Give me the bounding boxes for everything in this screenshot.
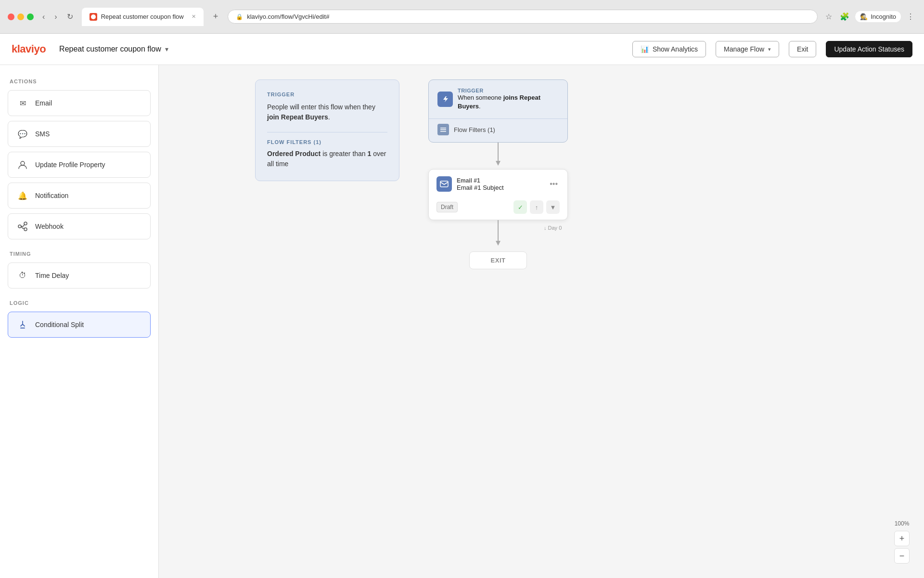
sidebar-item-webhook[interactable]: Webhook xyxy=(8,213,151,239)
trigger-node-lightning-icon xyxy=(437,92,453,107)
zoom-in-button[interactable]: + xyxy=(894,531,910,546)
trigger-node-text: When someone joins Repeat Buyers. xyxy=(458,93,559,111)
incognito-label: Incognito xyxy=(871,13,896,20)
trigger-node-before: When someone xyxy=(458,94,503,101)
time-delay-label: Time Delay xyxy=(35,272,69,279)
exit-button[interactable]: Exit xyxy=(789,41,816,57)
filter-greater: is greater than xyxy=(321,150,367,158)
trigger-node-filters[interactable]: Flow Filters (1) xyxy=(429,118,567,142)
sidebar-logic: LOGIC Conditional Split xyxy=(8,300,151,338)
sidebar-item-update-profile[interactable]: Update Profile Property xyxy=(8,152,151,178)
tab-favicon xyxy=(90,13,97,21)
zoom-level: 100% xyxy=(895,520,910,527)
email-node-action-buttons: ✓ ↑ ▼ xyxy=(513,200,560,214)
svg-point-2 xyxy=(18,225,21,228)
email-label: Email xyxy=(35,99,52,107)
app-header: klaviyo Repeat customer coupon flow ▾ 📊 … xyxy=(0,34,924,65)
sidebar-item-time-delay[interactable]: ⏱ Time Delay xyxy=(8,263,151,289)
logo-text: klaviyo xyxy=(12,43,46,55)
trigger-info-panel: TRIGGER People will enter this flow when… xyxy=(255,79,399,181)
back-button[interactable]: ‹ xyxy=(39,11,48,23)
email-to-exit-connector: ↓ Day 0 xyxy=(428,220,568,251)
filter-product: Ordered Product xyxy=(267,150,321,158)
browser-chrome: ‹ › ↻ Repeat customer coupon flow ✕ + 🔒 … xyxy=(0,0,924,34)
analytics-label: Show Analytics xyxy=(653,45,698,53)
trigger-info-divider xyxy=(267,132,387,132)
sms-label: SMS xyxy=(35,130,50,138)
trigger-info-text: People will enter this flow when they jo… xyxy=(267,102,387,122)
svg-rect-9 xyxy=(440,131,446,132)
refresh-button[interactable]: ↻ xyxy=(64,10,76,23)
canvas[interactable]: TRIGGER People will enter this flow when… xyxy=(159,65,924,578)
manage-flow-chevron-icon: ▾ xyxy=(768,46,771,53)
klaviyo-logo: klaviyo xyxy=(12,43,46,55)
trigger-node-info: Trigger When someone joins Repeat Buyers… xyxy=(458,88,559,111)
sidebar-item-conditional-split[interactable]: Conditional Split xyxy=(8,312,151,338)
browser-tab[interactable]: Repeat customer coupon flow ✕ xyxy=(82,8,204,26)
notification-label: Notification xyxy=(35,192,68,199)
time-delay-icon: ⏱ xyxy=(16,269,29,282)
draft-status-badge: Draft xyxy=(436,202,458,212)
flow-filters-text: Flow Filters (1) xyxy=(454,126,495,133)
nav-controls: ‹ › ↻ xyxy=(39,10,76,23)
sidebar-item-email[interactable]: ✉ Email xyxy=(8,90,151,116)
trigger-info-bold: join Repeat Buyers xyxy=(267,113,328,121)
sidebar: ACTIONS ✉ Email 💬 SMS Update Profile Pro… xyxy=(0,65,159,578)
browser-actions: ☆ 🧩 🕵 Incognito ⋮ xyxy=(823,10,916,23)
main-layout: ACTIONS ✉ Email 💬 SMS Update Profile Pro… xyxy=(0,65,924,578)
minimize-traffic-light[interactable] xyxy=(17,13,24,20)
sidebar-timing: TIMING ⏱ Time Delay xyxy=(8,251,151,289)
email-filter-button[interactable]: ▼ xyxy=(546,200,560,214)
new-tab-button[interactable]: + xyxy=(209,12,222,22)
svg-marker-14 xyxy=(496,241,500,246)
sidebar-item-notification[interactable]: 🔔 Notification xyxy=(8,183,151,209)
flow-name: Repeat customer coupon flow xyxy=(59,45,161,53)
menu-button[interactable]: ⋮ xyxy=(905,10,916,23)
exit-node: EXIT xyxy=(469,251,527,269)
trigger-node-label: Trigger xyxy=(458,88,559,93)
flow-name-chevron-icon[interactable]: ▾ xyxy=(165,45,168,53)
update-label: Update Action Statuses xyxy=(834,45,904,53)
incognito-icon: 🕵 xyxy=(860,13,868,20)
email-node-meta: Email #1 Email #1 Subject xyxy=(457,177,543,191)
update-profile-label: Update Profile Property xyxy=(35,161,105,169)
flow-nodes: Trigger When someone joins Repeat Buyers… xyxy=(428,79,568,269)
update-action-statuses-button[interactable]: Update Action Statuses xyxy=(826,41,912,57)
sidebar-item-sms[interactable]: 💬 SMS xyxy=(8,121,151,147)
forward-button[interactable]: › xyxy=(51,11,60,23)
trigger-info-period: . xyxy=(328,113,330,121)
svg-rect-12 xyxy=(440,181,448,187)
trigger-node-period: . xyxy=(479,103,481,110)
maximize-traffic-light[interactable] xyxy=(27,13,34,20)
bookmark-button[interactable]: ☆ xyxy=(823,10,834,23)
email-node-menu-button[interactable]: ••• xyxy=(548,178,560,190)
show-analytics-button[interactable]: 📊 Show Analytics xyxy=(632,41,706,57)
tab-title: Repeat customer coupon flow xyxy=(101,13,184,20)
timing-section-title: TIMING xyxy=(8,251,151,257)
extension-button[interactable]: 🧩 xyxy=(838,10,851,23)
trigger-node[interactable]: Trigger When someone joins Repeat Buyers… xyxy=(428,79,568,143)
analytics-chart-icon: 📊 xyxy=(641,45,649,53)
email-node-label: Email #1 xyxy=(457,177,543,184)
traffic-lights xyxy=(8,13,34,20)
conditional-split-label: Conditional Split xyxy=(35,321,84,328)
close-traffic-light[interactable] xyxy=(8,13,14,20)
address-bar[interactable]: 🔒 klaviyo.com/flow/VgvcHi/edit# xyxy=(228,10,818,24)
webhook-label: Webhook xyxy=(35,223,64,230)
manage-flow-button[interactable]: Manage Flow ▾ xyxy=(716,41,779,57)
email-node-footer: Draft ✓ ↑ ▼ xyxy=(429,197,567,220)
trigger-info-text-before: People will enter this flow when they xyxy=(267,103,375,111)
email-check-button[interactable]: ✓ xyxy=(513,200,527,214)
trigger-info-filter-text: Ordered Product is greater than 1 over a… xyxy=(267,149,387,169)
svg-text:↓ Day 0: ↓ Day 0 xyxy=(544,225,562,231)
zoom-out-button[interactable]: − xyxy=(894,548,910,564)
sms-icon: 💬 xyxy=(16,127,29,141)
tab-close-button[interactable]: ✕ xyxy=(192,13,196,20)
svg-rect-8 xyxy=(440,130,446,131)
flow-name-container: Repeat customer coupon flow ▾ xyxy=(59,45,168,53)
email-move-up-button[interactable]: ↑ xyxy=(530,200,543,214)
svg-point-0 xyxy=(91,14,96,19)
email-node[interactable]: Email #1 Email #1 Subject ••• Draft ✓ ↑ … xyxy=(428,169,568,220)
incognito-badge: 🕵 Incognito xyxy=(855,11,901,22)
email-icon: ✉ xyxy=(16,96,29,110)
